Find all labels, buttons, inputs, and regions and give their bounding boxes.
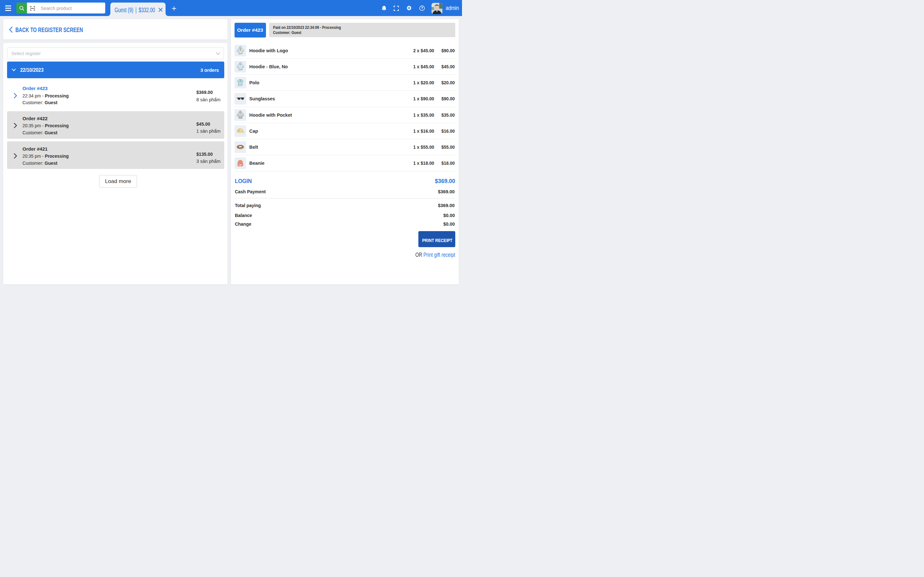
svg-text:?: ? bbox=[421, 6, 423, 10]
